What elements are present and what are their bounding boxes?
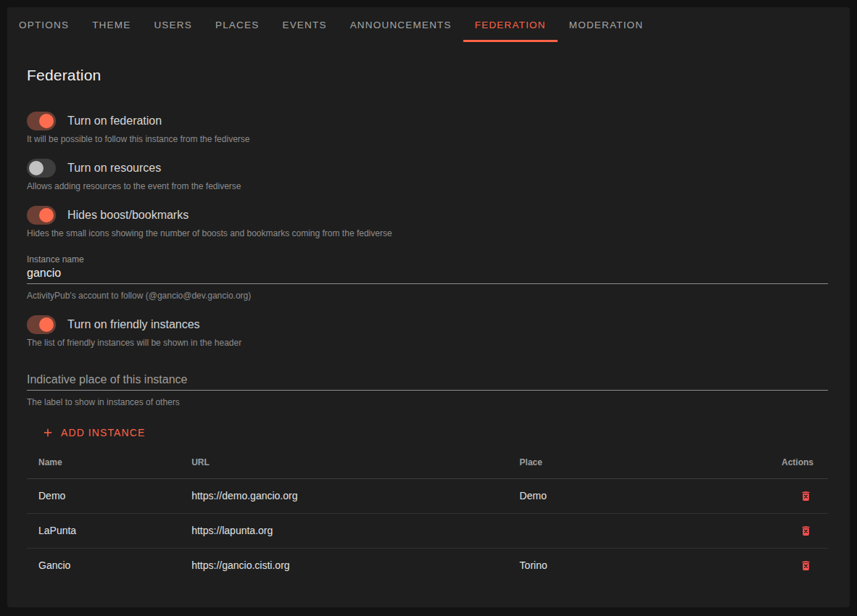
delete-instance-button[interactable] xyxy=(798,523,813,538)
col-header-actions: Actions xyxy=(760,446,828,478)
tab-places[interactable]: PLACES xyxy=(204,7,270,42)
admin-panel-card: OPTIONS THEME USERS PLACES EVENTS ANNOUN… xyxy=(7,7,850,607)
friendly-toggle[interactable] xyxy=(27,315,56,334)
delete-forever-icon xyxy=(800,490,812,502)
federation-settings: Federation Turn on federation It will be… xyxy=(7,67,850,583)
friendly-toggle-label: Turn on friendly instances xyxy=(67,318,200,331)
tab-events[interactable]: EVENTS xyxy=(270,7,338,42)
federation-hint: It will be possible to follow this insta… xyxy=(27,134,828,144)
instance-name-field: Instance name ActivityPub's account to f… xyxy=(27,254,828,301)
tab-federation[interactable]: FEDERATION xyxy=(463,7,558,42)
setting-boost: Hides boost/bookmarks Hides the small ic… xyxy=(27,206,828,238)
col-header-name: Name xyxy=(27,446,180,478)
cell-place xyxy=(508,513,760,548)
friendly-hint: The list of friendly instances will be s… xyxy=(27,338,828,348)
instance-place-input[interactable] xyxy=(27,372,828,391)
setting-resources: Turn on resources Allows adding resource… xyxy=(27,159,828,191)
instance-place-field: The label to show in instances of others xyxy=(27,372,828,407)
toggle-thumb xyxy=(29,161,44,175)
delete-forever-icon xyxy=(800,525,812,537)
resources-toggle-label: Turn on resources xyxy=(67,162,161,175)
tab-theme[interactable]: THEME xyxy=(80,7,142,42)
setting-federation: Turn on federation It will be possible t… xyxy=(27,112,828,144)
col-header-url: URL xyxy=(180,446,508,478)
delete-instance-button[interactable] xyxy=(798,488,813,504)
delete-forever-icon xyxy=(800,559,812,572)
table-row: LaPunta https://lapunta.org xyxy=(27,513,828,548)
cell-name: Gancio xyxy=(27,548,180,583)
boost-toggle[interactable] xyxy=(27,206,56,225)
tab-options[interactable]: OPTIONS xyxy=(7,7,80,42)
add-instance-label: ADD INSTANCE xyxy=(61,427,145,438)
tab-announcements[interactable]: ANNOUNCEMENTS xyxy=(339,7,463,42)
tab-moderation[interactable]: MODERATION xyxy=(558,7,655,42)
resources-toggle[interactable] xyxy=(27,159,56,178)
admin-tabs: OPTIONS THEME USERS PLACES EVENTS ANNOUN… xyxy=(7,7,850,42)
table-row: Gancio https://gancio.cisti.org Torino xyxy=(27,548,828,583)
instance-name-label: Instance name xyxy=(27,254,828,265)
federation-toggle[interactable] xyxy=(27,112,56,130)
setting-friendly: Turn on friendly instances The list of f… xyxy=(27,315,828,348)
add-instance-button[interactable]: ADD INSTANCE xyxy=(36,420,151,446)
toggle-thumb xyxy=(39,114,54,128)
cell-url: https://demo.gancio.org xyxy=(180,478,508,513)
boost-toggle-label: Hides boost/bookmarks xyxy=(67,209,189,222)
cell-url: https://lapunta.org xyxy=(180,513,508,548)
cell-place: Torino xyxy=(508,548,760,583)
resources-hint: Allows adding resources to the event fro… xyxy=(27,181,828,191)
instance-name-hint: ActivityPub's account to follow (@gancio… xyxy=(27,291,828,301)
cell-name: LaPunta xyxy=(27,513,180,548)
toggle-thumb xyxy=(39,208,54,222)
boost-hint: Hides the small icons showing the number… xyxy=(27,228,828,238)
page-title: Federation xyxy=(27,67,828,84)
add-instance-row: ADD INSTANCE xyxy=(27,420,828,446)
table-row: Demo https://demo.gancio.org Demo xyxy=(27,478,828,513)
tab-users[interactable]: USERS xyxy=(142,7,204,42)
cell-place: Demo xyxy=(508,478,760,513)
delete-instance-button[interactable] xyxy=(798,558,813,573)
instance-name-input[interactable] xyxy=(27,266,828,284)
col-header-place: Place xyxy=(508,446,760,478)
cell-url: https://gancio.cisti.org xyxy=(180,548,508,583)
federation-toggle-label: Turn on federation xyxy=(67,115,162,128)
instance-place-hint: The label to show in instances of others xyxy=(27,397,828,407)
trusted-instances-table: Name URL Place Actions Demo https://demo… xyxy=(27,446,828,583)
cell-name: Demo xyxy=(27,478,180,513)
toggle-thumb xyxy=(39,317,54,332)
table-header-row: Name URL Place Actions xyxy=(27,446,828,478)
plus-icon xyxy=(41,426,54,439)
